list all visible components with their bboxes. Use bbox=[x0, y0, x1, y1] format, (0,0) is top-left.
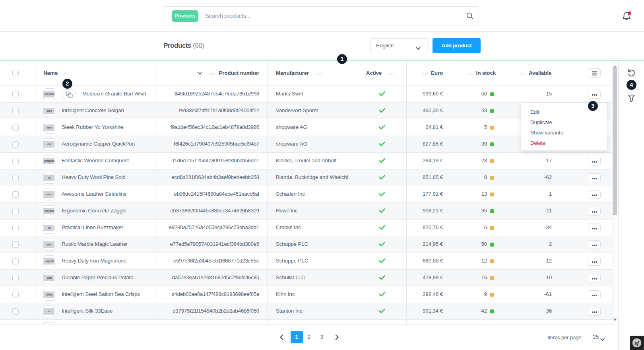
svg-text:sf: sf bbox=[634, 340, 640, 346]
